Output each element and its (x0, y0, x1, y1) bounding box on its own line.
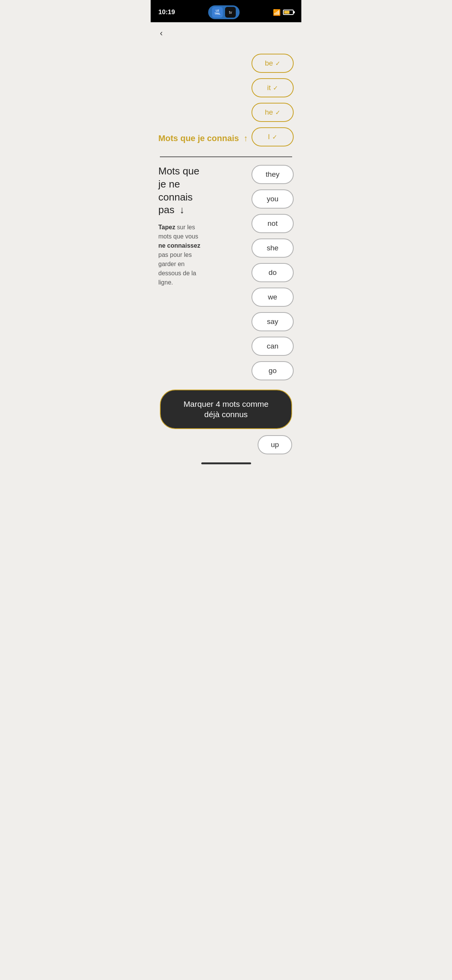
back-button[interactable]: ‹ (160, 28, 163, 38)
word-chip-you[interactable]: you (251, 189, 294, 209)
unknown-left: Mots que je ne connais pas ↓ Tapez sur l… (158, 165, 248, 380)
battery-body (283, 10, 294, 15)
word-chip-we[interactable]: we (251, 288, 294, 307)
word-chip-he[interactable]: he ✓ (251, 103, 294, 122)
check-icon-be: ✓ (275, 60, 280, 67)
word-chip-do[interactable]: do (251, 263, 294, 282)
status-right: 📶 (273, 9, 294, 16)
status-bar: 10:19 LETRIL tv 📶 (151, 0, 301, 22)
word-chip-it[interactable]: it ✓ (251, 78, 294, 97)
word-chip-she[interactable]: she (251, 238, 294, 258)
home-bar (201, 462, 251, 464)
word-chip-can[interactable]: can (251, 337, 294, 356)
unknown-label: Mots que je ne connais pas ↓ (158, 165, 248, 217)
word-chip-up[interactable]: up (258, 435, 292, 454)
appletv-icon: tv (225, 7, 236, 18)
unknown-section: Mots que je ne connais pas ↓ Tapez sur l… (151, 165, 301, 380)
check-icon-he: ✓ (275, 109, 280, 116)
known-section: Mots que je connais ↑ be ✓ it ✓ he ✓ I ✓ (151, 54, 301, 146)
check-icon-it: ✓ (273, 84, 278, 92)
battery-fill (284, 11, 289, 14)
known-words-list: be ✓ it ✓ he ✓ I ✓ (251, 54, 294, 146)
status-time: 10:19 (158, 8, 175, 16)
known-left: Mots que je connais ↑ (158, 54, 251, 146)
unknown-words-list: they you not she do we say can go (251, 165, 294, 380)
check-icon-I: ✓ (272, 133, 277, 141)
instruction-text: Tapez sur les mots que vous ne connaisse… (158, 223, 248, 287)
word-chip-not[interactable]: not (251, 214, 294, 233)
section-divider (160, 156, 292, 157)
word-chip-they[interactable]: they (251, 165, 294, 184)
app-logo: LETRIL (212, 7, 223, 18)
tap-label: Tapez (158, 224, 175, 230)
known-label: Mots que je connais ↑ (158, 133, 248, 143)
ne-label: ne connaissez (158, 242, 200, 249)
home-indicator (151, 454, 301, 469)
app-pill: LETRIL tv (208, 5, 240, 19)
status-center: LETRIL tv (208, 5, 240, 19)
word-chip-go[interactable]: go (251, 361, 294, 380)
wifi-icon: 📶 (273, 9, 281, 16)
word-chip-I[interactable]: I ✓ (251, 127, 294, 146)
battery-indicator (283, 10, 294, 15)
word-chip-say[interactable]: say (251, 312, 294, 331)
word-chip-be[interactable]: be ✓ (251, 54, 294, 73)
cta-button[interactable]: Marquer 4 mots comme déjà connus (160, 390, 292, 429)
